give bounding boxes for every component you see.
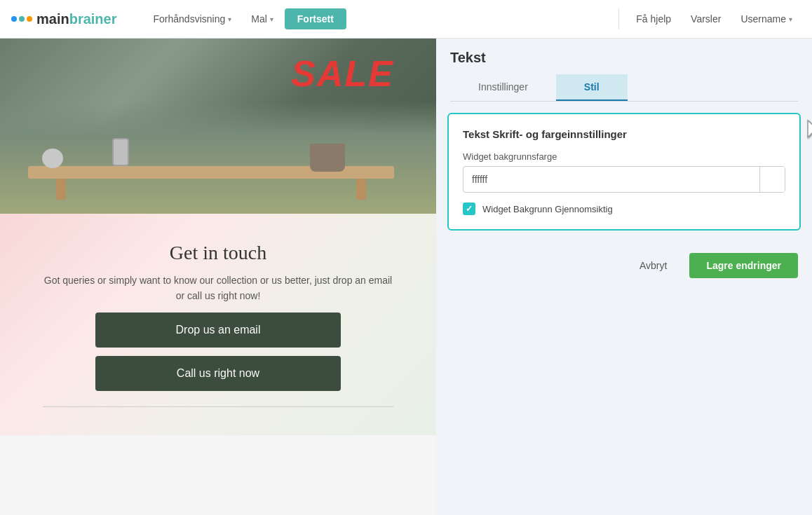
logo-brainer: brainer	[69, 11, 117, 27]
save-button[interactable]: Lagre endringer	[689, 253, 798, 278]
nav-right: Få hjelp Varsler Username ▾	[628, 9, 801, 29]
nav-forhåndsvisning[interactable]: Forhåndsvisning ▾	[145, 9, 241, 29]
call-now-button[interactable]: Call us right now	[95, 356, 341, 391]
tabs: Innstillinger Stil	[450, 74, 798, 102]
contact-section: Get in touch Got queries or simply want …	[0, 214, 436, 435]
cursor-arrow-svg	[805, 119, 812, 142]
logo[interactable]: mainbrainer	[11, 11, 117, 27]
main-content: SALE Get in touch Got queries or simply …	[0, 39, 812, 515]
logo-dots	[11, 16, 32, 22]
logo-dot-blue	[11, 16, 17, 22]
lantern	[112, 138, 129, 166]
fortsett-button[interactable]: Fortsett	[285, 8, 346, 29]
logo-text: mainbrainer	[36, 11, 117, 27]
chevron-down-icon: ▾	[789, 15, 792, 23]
nav-help[interactable]: Få hjelp	[628, 9, 679, 29]
transparent-checkbox[interactable]	[463, 202, 475, 215]
bench-leg-left	[56, 179, 66, 200]
sale-image: SALE	[0, 39, 436, 214]
nav-username[interactable]: Username ▾	[732, 9, 801, 29]
section-divider	[43, 406, 393, 407]
sale-sign: SALE	[291, 53, 394, 95]
checkbox-row: Widget Bakgrunn Gjennomsiktig	[463, 202, 785, 215]
right-panel: Tekst Innstillinger Stil Tekst Skrift- o…	[436, 39, 812, 515]
logo-dot-orange	[27, 16, 32, 22]
contact-description: Got queries or simply want to know our c…	[43, 273, 393, 304]
nav-alerts[interactable]: Varsler	[682, 9, 729, 29]
nav-divider	[618, 8, 619, 29]
chevron-down-icon: ▾	[228, 15, 231, 23]
tab-stil[interactable]: Stil	[556, 74, 628, 101]
logo-main: main	[36, 11, 69, 27]
nav-links: Forhåndsvisning ▾ Mal ▾ Fortsett	[145, 8, 611, 29]
settings-section-title: Tekst Skrift- og fargeinnstillinger	[463, 128, 785, 140]
bottom-actions: Avbryt Lagre endringer	[436, 242, 812, 289]
tab-innstillinger[interactable]: Innstillinger	[450, 74, 556, 101]
svg-marker-0	[808, 121, 812, 140]
color-input-row	[463, 166, 785, 193]
drop-email-button[interactable]: Drop us an email	[95, 313, 341, 348]
bench-leg-right	[356, 179, 366, 200]
color-swatch[interactable]	[759, 167, 785, 192]
nav-mal[interactable]: Mal ▾	[243, 9, 282, 29]
checkbox-label: Widget Bakgrunn Gjennomsiktig	[482, 204, 613, 214]
settings-box: Tekst Skrift- og fargeinnstillinger Widg…	[447, 113, 801, 231]
cancel-button[interactable]: Avbryt	[625, 253, 681, 278]
bench-area	[0, 102, 436, 214]
navbar: mainbrainer Forhåndsvisning ▾ Mal ▾ Fort…	[0, 0, 812, 39]
preview-panel: SALE Get in touch Got queries or simply …	[0, 39, 436, 515]
panel-title: Tekst	[450, 50, 798, 66]
panel-header: Tekst Innstillinger Stil	[436, 39, 812, 102]
chevron-down-icon: ▾	[270, 15, 273, 23]
flower-pot	[310, 144, 345, 172]
logo-dot-teal	[19, 16, 25, 22]
contact-title: Get in touch	[170, 242, 266, 264]
bg-color-label: Widget bakgrunnsfarge	[463, 151, 785, 162]
color-text-field[interactable]	[463, 168, 759, 191]
teapot	[42, 149, 63, 168]
